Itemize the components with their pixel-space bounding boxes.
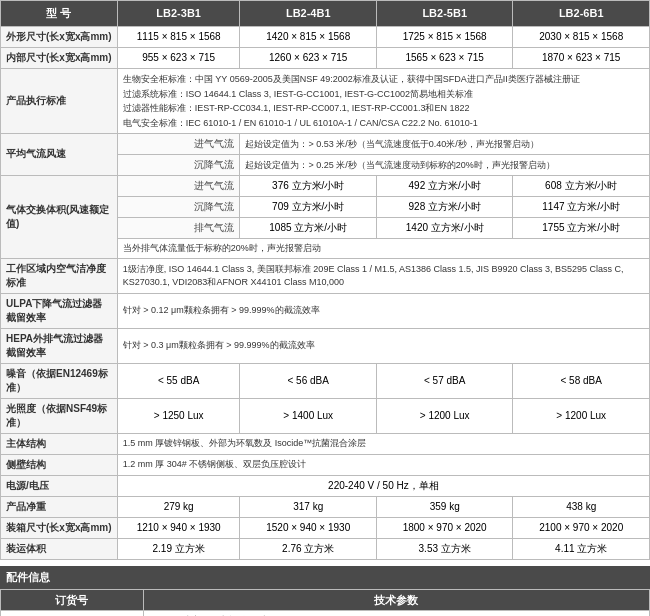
ship-vol-1: 2.76 立方米	[240, 538, 376, 559]
ship-dim-row: 装箱尺寸(长x宽x高mm) 1210 × 940 × 1930 1520 × 9…	[1, 517, 650, 538]
noise-label: 噪音（依据EN12469标准）	[1, 363, 118, 398]
exchange-inflow-2: 608 立方米/小时	[513, 175, 650, 196]
body-text: 1.5 mm 厚镀锌钢板、外部为环氧数及 Isocide™抗菌混合涂层	[117, 433, 649, 454]
outer-dim-label: 外形尺寸(长x宽x高mm)	[1, 27, 118, 48]
inflow-note-row: 平均气流风速 进气气流 起始设定值为：> 0.53 米/秒（当气流速度低于0.4…	[1, 133, 650, 154]
outer-dim-3: 2030 × 815 × 1568	[513, 27, 650, 48]
ship-vol-2: 3.53 立方米	[376, 538, 512, 559]
side-label: 侧壁结构	[1, 454, 118, 475]
inner-dim-1: 1260 × 623 × 715	[240, 48, 376, 69]
power-row: 电源/电压 220-240 V / 50 Hz，单相	[1, 475, 650, 496]
model-lb2-6b1: LB2-6B1	[513, 1, 650, 27]
std-text: 生物安全柜标准：中国 YY 0569-2005及美国NSF 49:2002标准及…	[117, 69, 649, 134]
downflow-note: 起始设定值为：> 0.25 米/秒（当气流速度动到标称的20%时，声光报警启动）	[240, 154, 650, 175]
acc-row: SPC-XA0711mm支架（x为柜体尺寸，例SPC-4A0）	[1, 611, 650, 616]
main-spec-table: 型 号 LB2-3B1 LB2-4B1 LB2-5B1 LB2-6B1 外形尺寸…	[0, 0, 650, 560]
body-row: 主体结构 1.5 mm 厚镀锌钢板、外部为环氧数及 Isocide™抗菌混合涂层	[1, 433, 650, 454]
ship-dim-0: 1210 × 940 × 1930	[117, 517, 240, 538]
side-row: 侧壁结构 1.2 mm 厚 304# 不锈钢侧板、双层负压腔设计	[1, 454, 650, 475]
exchange-note: 当外排气体流量低于标称的20%时，声光报警启动	[117, 238, 649, 258]
illum-row: 光照度（依据NSF49标准） > 1250 Lux > 1400 Lux > 1…	[1, 398, 650, 433]
inner-dim-label: 内部尺寸(长x宽x高mm)	[1, 48, 118, 69]
weight-3: 438 kg	[513, 496, 650, 517]
accessories-title: 配件信息	[0, 566, 650, 589]
exchange-exhaust-2: 1755 立方米/小时	[513, 217, 650, 238]
std-label: 产品执行标准	[1, 69, 118, 134]
ship-dim-2: 1800 × 970 × 2020	[376, 517, 512, 538]
power-label: 电源/电压	[1, 475, 118, 496]
weight-row: 产品净重 279 kg 317 kg 359 kg 438 kg	[1, 496, 650, 517]
exchange-downflow-0: 709 立方米/小时	[240, 196, 376, 217]
exchange-exhaust-1: 1420 立方米/小时	[376, 217, 512, 238]
hepa-text: 针对 > 0.3 μm颗粒条拥有 > 99.999%的截流效率	[117, 328, 649, 363]
exchange-downflow-2: 1147 立方米/小时	[513, 196, 650, 217]
illum-label: 光照度（依据NSF49标准）	[1, 398, 118, 433]
ship-dim-label: 装箱尺寸(长x宽x高mm)	[1, 517, 118, 538]
hepa-row: HEPA外排气流过滤器截留效率 针对 > 0.3 μm颗粒条拥有 > 99.99…	[1, 328, 650, 363]
illum-0: > 1250 Lux	[117, 398, 240, 433]
model-lb2-5b1: LB2-5B1	[376, 1, 512, 27]
exchange-downflow-label: 沉降气流	[117, 196, 240, 217]
exchange-inflow-row: 气体交换体积(风速额定值) 进气气流 376 立方米/小时 492 立方米/小时…	[1, 175, 650, 196]
air-std-text: 1级洁净度, ISO 14644.1 Class 3, 美国联邦标准 209E …	[117, 258, 649, 293]
acc-order: SPC-XA0	[1, 611, 144, 616]
acc-order-header: 订货号	[1, 589, 144, 611]
ship-dim-1: 1520 × 940 × 1930	[240, 517, 376, 538]
exchange-exhaust-0: 1085 立方米/小时	[240, 217, 376, 238]
accessories-section: 配件信息 订货号 技术参数 SPC-XA0711mm支架（x为柜体尺寸，例SPC…	[0, 566, 650, 616]
noise-2: < 57 dBA	[376, 363, 512, 398]
std-row: 产品执行标准 生物安全柜标准：中国 YY 0569-2005及美国NSF 49:…	[1, 69, 650, 134]
ship-dim-3: 2100 × 970 × 2020	[513, 517, 650, 538]
outer-dim-0: 1115 × 815 × 1568	[117, 27, 240, 48]
inflow-sub-label: 进气气流	[117, 133, 240, 154]
outer-dim-2: 1725 × 815 × 1568	[376, 27, 512, 48]
exchange-exhaust-label: 排气气流	[117, 217, 240, 238]
ship-vol-label: 装运体积	[1, 538, 118, 559]
model-header: 型 号	[1, 1, 118, 27]
model-lb2-4b1: LB2-4B1	[240, 1, 376, 27]
weight-label: 产品净重	[1, 496, 118, 517]
side-text: 1.2 mm 厚 304# 不锈钢侧板、双层负压腔设计	[117, 454, 649, 475]
inner-dim-2: 1565 × 623 × 715	[376, 48, 512, 69]
exchange-inflow-1: 492 立方米/小时	[376, 175, 512, 196]
noise-row: 噪音（依据EN12469标准） < 55 dBA < 56 dBA < 57 d…	[1, 363, 650, 398]
inner-dim-row: 内部尺寸(长x宽x高mm) 955 × 623 × 715 1260 × 623…	[1, 48, 650, 69]
inner-dim-0: 955 × 623 × 715	[117, 48, 240, 69]
ulpa-text: 针对 > 0.12 μm颗粒条拥有 > 99.999%的截流效率	[117, 293, 649, 328]
body-label: 主体结构	[1, 433, 118, 454]
ship-vol-row: 装运体积 2.19 立方米 2.76 立方米 3.53 立方米 4.11 立方米	[1, 538, 650, 559]
illum-2: > 1200 Lux	[376, 398, 512, 433]
acc-header-row: 订货号 技术参数	[1, 589, 650, 611]
air-std-label: 工作区域内空气洁净度标准	[1, 258, 118, 293]
ulpa-row: ULPA下降气流过滤器截留效率 针对 > 0.12 μm颗粒条拥有 > 99.9…	[1, 293, 650, 328]
exchange-inflow-0: 376 立方米/小时	[240, 175, 376, 196]
air-std-row: 工作区域内空气洁净度标准 1级洁净度, ISO 14644.1 Class 3,…	[1, 258, 650, 293]
acc-spec-header: 技术参数	[143, 589, 649, 611]
ulpa-label: ULPA下降气流过滤器截留效率	[1, 293, 118, 328]
weight-1: 317 kg	[240, 496, 376, 517]
outer-dim-row: 外形尺寸(长x宽x高mm) 1115 × 815 × 1568 1420 × 8…	[1, 27, 650, 48]
header-row: 型 号 LB2-3B1 LB2-4B1 LB2-5B1 LB2-6B1	[1, 1, 650, 27]
ship-vol-3: 4.11 立方米	[513, 538, 650, 559]
acc-spec: 711mm支架（x为柜体尺寸，例SPC-4A0）	[143, 611, 649, 616]
accessories-table: 订货号 技术参数 SPC-XA0711mm支架（x为柜体尺寸，例SPC-4A0）…	[0, 589, 650, 616]
power-text: 220-240 V / 50 Hz，单相	[117, 475, 649, 496]
inner-dim-3: 1870 × 623 × 715	[513, 48, 650, 69]
inflow-note: 起始设定值为：> 0.53 米/秒（当气流速度低于0.40米/秒，声光报警启动）	[240, 133, 650, 154]
model-lb2-3b1: LB2-3B1	[117, 1, 240, 27]
exchange-downflow-1: 928 立方米/小时	[376, 196, 512, 217]
hepa-label: HEPA外排气流过滤器截留效率	[1, 328, 118, 363]
downflow-sub-label: 沉降气流	[117, 154, 240, 175]
avg-flow-label: 平均气流风速	[1, 133, 118, 175]
weight-2: 359 kg	[376, 496, 512, 517]
exchange-label: 气体交换体积(风速额定值)	[1, 175, 118, 258]
outer-dim-1: 1420 × 815 × 1568	[240, 27, 376, 48]
weight-0: 279 kg	[117, 496, 240, 517]
exchange-inflow-label: 进气气流	[117, 175, 240, 196]
noise-0: < 55 dBA	[117, 363, 240, 398]
illum-3: > 1200 Lux	[513, 398, 650, 433]
noise-3: < 58 dBA	[513, 363, 650, 398]
ship-vol-0: 2.19 立方米	[117, 538, 240, 559]
illum-1: > 1400 Lux	[240, 398, 376, 433]
noise-1: < 56 dBA	[240, 363, 376, 398]
